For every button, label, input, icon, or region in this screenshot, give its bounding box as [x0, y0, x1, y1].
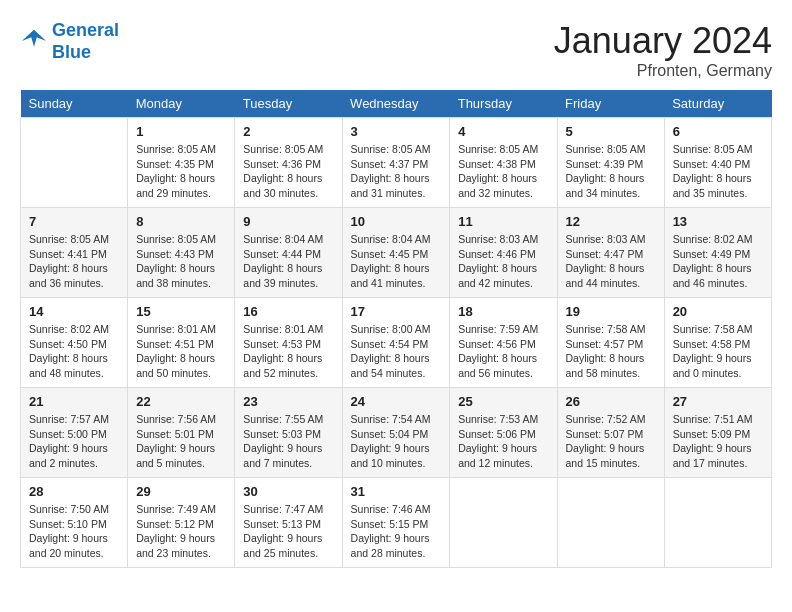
- calendar-week-row-1: 7Sunrise: 8:05 AM Sunset: 4:41 PM Daylig…: [21, 208, 772, 298]
- calendar-cell: 18Sunrise: 7:59 AM Sunset: 4:56 PM Dayli…: [450, 298, 557, 388]
- day-number: 9: [243, 214, 333, 229]
- calendar-cell: 6Sunrise: 8:05 AM Sunset: 4:40 PM Daylig…: [664, 118, 771, 208]
- day-number: 17: [351, 304, 442, 319]
- calendar-cell: 14Sunrise: 8:02 AM Sunset: 4:50 PM Dayli…: [21, 298, 128, 388]
- calendar-table: Sunday Monday Tuesday Wednesday Thursday…: [20, 90, 772, 568]
- svg-marker-0: [22, 29, 46, 46]
- day-info: Sunrise: 8:05 AM Sunset: 4:35 PM Dayligh…: [136, 142, 226, 201]
- day-number: 25: [458, 394, 548, 409]
- calendar-week-row-0: 1Sunrise: 8:05 AM Sunset: 4:35 PM Daylig…: [21, 118, 772, 208]
- day-number: 20: [673, 304, 763, 319]
- day-info: Sunrise: 8:03 AM Sunset: 4:47 PM Dayligh…: [566, 232, 656, 291]
- day-number: 30: [243, 484, 333, 499]
- day-info: Sunrise: 7:58 AM Sunset: 4:58 PM Dayligh…: [673, 322, 763, 381]
- day-info: Sunrise: 7:49 AM Sunset: 5:12 PM Dayligh…: [136, 502, 226, 561]
- calendar-cell: 25Sunrise: 7:53 AM Sunset: 5:06 PM Dayli…: [450, 388, 557, 478]
- calendar-cell: [450, 478, 557, 568]
- day-number: 6: [673, 124, 763, 139]
- day-number: 2: [243, 124, 333, 139]
- day-number: 16: [243, 304, 333, 319]
- day-number: 1: [136, 124, 226, 139]
- day-info: Sunrise: 7:54 AM Sunset: 5:04 PM Dayligh…: [351, 412, 442, 471]
- col-sunday: Sunday: [21, 90, 128, 118]
- day-number: 31: [351, 484, 442, 499]
- col-saturday: Saturday: [664, 90, 771, 118]
- calendar-cell: 30Sunrise: 7:47 AM Sunset: 5:13 PM Dayli…: [235, 478, 342, 568]
- logo-text: General Blue: [52, 20, 119, 63]
- calendar-cell: 29Sunrise: 7:49 AM Sunset: 5:12 PM Dayli…: [128, 478, 235, 568]
- day-number: 27: [673, 394, 763, 409]
- day-info: Sunrise: 8:04 AM Sunset: 4:45 PM Dayligh…: [351, 232, 442, 291]
- calendar-cell: 26Sunrise: 7:52 AM Sunset: 5:07 PM Dayli…: [557, 388, 664, 478]
- calendar-cell: 9Sunrise: 8:04 AM Sunset: 4:44 PM Daylig…: [235, 208, 342, 298]
- day-info: Sunrise: 8:02 AM Sunset: 4:50 PM Dayligh…: [29, 322, 119, 381]
- calendar-cell: 21Sunrise: 7:57 AM Sunset: 5:00 PM Dayli…: [21, 388, 128, 478]
- calendar-cell: 19Sunrise: 7:58 AM Sunset: 4:57 PM Dayli…: [557, 298, 664, 388]
- calendar-cell: 7Sunrise: 8:05 AM Sunset: 4:41 PM Daylig…: [21, 208, 128, 298]
- calendar-cell: [21, 118, 128, 208]
- day-number: 23: [243, 394, 333, 409]
- day-info: Sunrise: 8:00 AM Sunset: 4:54 PM Dayligh…: [351, 322, 442, 381]
- day-info: Sunrise: 7:58 AM Sunset: 4:57 PM Dayligh…: [566, 322, 656, 381]
- day-info: Sunrise: 8:05 AM Sunset: 4:37 PM Dayligh…: [351, 142, 442, 201]
- day-info: Sunrise: 7:55 AM Sunset: 5:03 PM Dayligh…: [243, 412, 333, 471]
- day-number: 26: [566, 394, 656, 409]
- calendar-header-row: Sunday Monday Tuesday Wednesday Thursday…: [21, 90, 772, 118]
- location: Pfronten, Germany: [554, 62, 772, 80]
- day-info: Sunrise: 8:03 AM Sunset: 4:46 PM Dayligh…: [458, 232, 548, 291]
- col-friday: Friday: [557, 90, 664, 118]
- calendar-cell: 5Sunrise: 8:05 AM Sunset: 4:39 PM Daylig…: [557, 118, 664, 208]
- calendar-cell: 10Sunrise: 8:04 AM Sunset: 4:45 PM Dayli…: [342, 208, 450, 298]
- calendar-week-row-4: 28Sunrise: 7:50 AM Sunset: 5:10 PM Dayli…: [21, 478, 772, 568]
- day-info: Sunrise: 8:05 AM Sunset: 4:40 PM Dayligh…: [673, 142, 763, 201]
- day-info: Sunrise: 7:50 AM Sunset: 5:10 PM Dayligh…: [29, 502, 119, 561]
- day-info: Sunrise: 8:05 AM Sunset: 4:41 PM Dayligh…: [29, 232, 119, 291]
- calendar-cell: 24Sunrise: 7:54 AM Sunset: 5:04 PM Dayli…: [342, 388, 450, 478]
- day-info: Sunrise: 8:02 AM Sunset: 4:49 PM Dayligh…: [673, 232, 763, 291]
- calendar-week-row-3: 21Sunrise: 7:57 AM Sunset: 5:00 PM Dayli…: [21, 388, 772, 478]
- day-number: 24: [351, 394, 442, 409]
- day-info: Sunrise: 8:01 AM Sunset: 4:53 PM Dayligh…: [243, 322, 333, 381]
- day-number: 5: [566, 124, 656, 139]
- col-tuesday: Tuesday: [235, 90, 342, 118]
- day-number: 8: [136, 214, 226, 229]
- calendar-cell: 17Sunrise: 8:00 AM Sunset: 4:54 PM Dayli…: [342, 298, 450, 388]
- day-number: 4: [458, 124, 548, 139]
- day-number: 14: [29, 304, 119, 319]
- day-number: 11: [458, 214, 548, 229]
- logo: General Blue: [20, 20, 119, 63]
- calendar-cell: 3Sunrise: 8:05 AM Sunset: 4:37 PM Daylig…: [342, 118, 450, 208]
- day-info: Sunrise: 7:53 AM Sunset: 5:06 PM Dayligh…: [458, 412, 548, 471]
- day-number: 28: [29, 484, 119, 499]
- calendar-cell: 2Sunrise: 8:05 AM Sunset: 4:36 PM Daylig…: [235, 118, 342, 208]
- calendar-cell: 13Sunrise: 8:02 AM Sunset: 4:49 PM Dayli…: [664, 208, 771, 298]
- calendar-cell: 22Sunrise: 7:56 AM Sunset: 5:01 PM Dayli…: [128, 388, 235, 478]
- day-info: Sunrise: 8:05 AM Sunset: 4:43 PM Dayligh…: [136, 232, 226, 291]
- calendar-week-row-2: 14Sunrise: 8:02 AM Sunset: 4:50 PM Dayli…: [21, 298, 772, 388]
- calendar-cell: 15Sunrise: 8:01 AM Sunset: 4:51 PM Dayli…: [128, 298, 235, 388]
- col-thursday: Thursday: [450, 90, 557, 118]
- day-info: Sunrise: 7:56 AM Sunset: 5:01 PM Dayligh…: [136, 412, 226, 471]
- calendar-cell: 23Sunrise: 7:55 AM Sunset: 5:03 PM Dayli…: [235, 388, 342, 478]
- calendar-cell: [664, 478, 771, 568]
- day-number: 12: [566, 214, 656, 229]
- col-monday: Monday: [128, 90, 235, 118]
- calendar-cell: 4Sunrise: 8:05 AM Sunset: 4:38 PM Daylig…: [450, 118, 557, 208]
- calendar-cell: 28Sunrise: 7:50 AM Sunset: 5:10 PM Dayli…: [21, 478, 128, 568]
- day-info: Sunrise: 8:05 AM Sunset: 4:36 PM Dayligh…: [243, 142, 333, 201]
- day-info: Sunrise: 8:04 AM Sunset: 4:44 PM Dayligh…: [243, 232, 333, 291]
- month-title: January 2024: [554, 20, 772, 62]
- day-number: 29: [136, 484, 226, 499]
- day-number: 21: [29, 394, 119, 409]
- day-number: 13: [673, 214, 763, 229]
- day-info: Sunrise: 7:46 AM Sunset: 5:15 PM Dayligh…: [351, 502, 442, 561]
- calendar-cell: 1Sunrise: 8:05 AM Sunset: 4:35 PM Daylig…: [128, 118, 235, 208]
- logo-icon: [20, 28, 48, 56]
- day-info: Sunrise: 7:47 AM Sunset: 5:13 PM Dayligh…: [243, 502, 333, 561]
- day-number: 10: [351, 214, 442, 229]
- calendar-cell: 12Sunrise: 8:03 AM Sunset: 4:47 PM Dayli…: [557, 208, 664, 298]
- calendar-cell: 31Sunrise: 7:46 AM Sunset: 5:15 PM Dayli…: [342, 478, 450, 568]
- day-number: 7: [29, 214, 119, 229]
- col-wednesday: Wednesday: [342, 90, 450, 118]
- day-info: Sunrise: 7:52 AM Sunset: 5:07 PM Dayligh…: [566, 412, 656, 471]
